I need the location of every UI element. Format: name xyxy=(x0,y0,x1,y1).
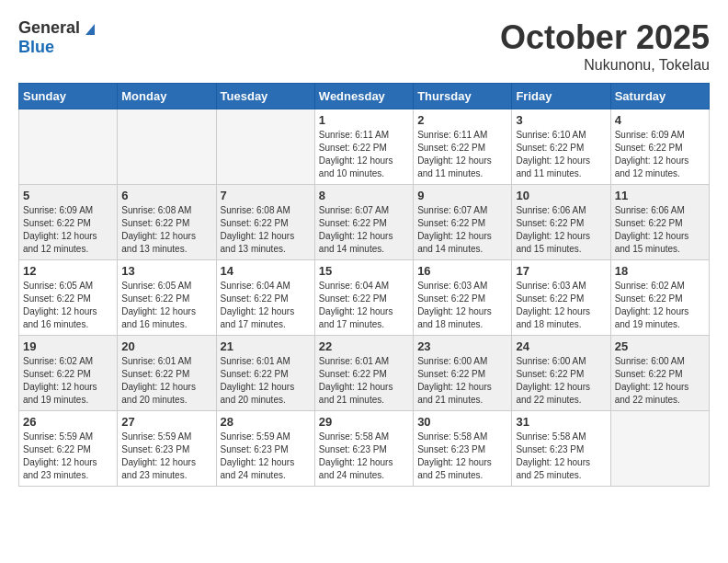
calendar-cell: 7Sunrise: 6:08 AM Sunset: 6:22 PM Daylig… xyxy=(216,185,314,260)
day-info: Sunrise: 5:58 AM Sunset: 6:23 PM Dayligh… xyxy=(417,431,507,482)
day-info: Sunrise: 6:02 AM Sunset: 6:22 PM Dayligh… xyxy=(615,280,705,331)
calendar-cell: 3Sunrise: 6:10 AM Sunset: 6:22 PM Daylig… xyxy=(512,109,610,185)
weekday-header-thursday: Thursday xyxy=(414,84,512,109)
day-number: 10 xyxy=(516,189,606,202)
calendar-cell xyxy=(610,411,709,487)
day-number: 16 xyxy=(417,264,507,278)
day-info: Sunrise: 6:00 AM Sunset: 6:22 PM Dayligh… xyxy=(417,355,507,407)
day-number: 1 xyxy=(319,113,409,127)
calendar-cell xyxy=(19,109,118,185)
weekday-header-saturday: Saturday xyxy=(610,84,709,109)
day-number: 13 xyxy=(121,264,211,278)
calendar-cell xyxy=(216,109,314,185)
calendar-cell: 15Sunrise: 6:04 AM Sunset: 6:22 PM Dayli… xyxy=(314,260,413,336)
calendar-cell: 5Sunrise: 6:09 AM Sunset: 6:22 PM Daylig… xyxy=(19,185,118,260)
logo-blue-text: Blue xyxy=(18,38,54,56)
day-info: Sunrise: 6:10 AM Sunset: 6:22 PM Dayligh… xyxy=(516,129,606,180)
calendar-cell: 17Sunrise: 6:03 AM Sunset: 6:22 PM Dayli… xyxy=(512,260,610,336)
day-info: Sunrise: 6:04 AM Sunset: 6:22 PM Dayligh… xyxy=(221,280,311,331)
weekday-header-monday: Monday xyxy=(118,84,216,109)
calendar-cell: 28Sunrise: 5:59 AM Sunset: 6:23 PM Dayli… xyxy=(216,411,314,487)
day-number: 19 xyxy=(23,339,113,353)
day-number: 7 xyxy=(221,189,311,202)
day-number: 14 xyxy=(221,264,311,278)
day-info: Sunrise: 5:59 AM Sunset: 6:23 PM Dayligh… xyxy=(221,431,311,482)
day-info: Sunrise: 5:58 AM Sunset: 6:23 PM Dayligh… xyxy=(516,431,606,482)
day-info: Sunrise: 6:05 AM Sunset: 6:22 PM Dayligh… xyxy=(121,280,211,331)
day-number: 22 xyxy=(319,339,409,353)
calendar-cell: 20Sunrise: 6:01 AM Sunset: 6:22 PM Dayli… xyxy=(118,336,216,411)
calendar-week-row: 19Sunrise: 6:02 AM Sunset: 6:22 PM Dayli… xyxy=(19,336,710,411)
calendar-cell: 8Sunrise: 6:07 AM Sunset: 6:22 PM Daylig… xyxy=(314,185,413,260)
calendar-cell xyxy=(118,109,216,185)
day-info: Sunrise: 6:09 AM Sunset: 6:22 PM Dayligh… xyxy=(23,204,113,256)
day-number: 2 xyxy=(417,113,507,127)
day-info: Sunrise: 6:01 AM Sunset: 6:22 PM Dayligh… xyxy=(221,355,311,407)
day-number: 21 xyxy=(221,339,311,353)
day-info: Sunrise: 6:07 AM Sunset: 6:22 PM Dayligh… xyxy=(417,204,507,256)
day-number: 18 xyxy=(615,264,705,278)
day-info: Sunrise: 5:59 AM Sunset: 6:22 PM Dayligh… xyxy=(23,431,113,482)
calendar-cell: 26Sunrise: 5:59 AM Sunset: 6:22 PM Dayli… xyxy=(19,411,118,487)
calendar-week-row: 12Sunrise: 6:05 AM Sunset: 6:22 PM Dayli… xyxy=(19,260,710,336)
calendar-week-row: 1Sunrise: 6:11 AM Sunset: 6:22 PM Daylig… xyxy=(19,109,710,185)
logo-icon xyxy=(82,20,98,37)
calendar-cell: 27Sunrise: 5:59 AM Sunset: 6:23 PM Dayli… xyxy=(118,411,216,487)
day-info: Sunrise: 6:00 AM Sunset: 6:22 PM Dayligh… xyxy=(615,355,705,407)
calendar-cell: 14Sunrise: 6:04 AM Sunset: 6:22 PM Dayli… xyxy=(216,260,314,336)
day-number: 9 xyxy=(417,189,507,202)
calendar-cell: 2Sunrise: 6:11 AM Sunset: 6:22 PM Daylig… xyxy=(414,109,512,185)
day-number: 24 xyxy=(516,339,606,353)
weekday-header-wednesday: Wednesday xyxy=(314,84,413,109)
calendar-cell: 18Sunrise: 6:02 AM Sunset: 6:22 PM Dayli… xyxy=(610,260,709,336)
day-number: 23 xyxy=(417,339,507,353)
calendar-cell: 9Sunrise: 6:07 AM Sunset: 6:22 PM Daylig… xyxy=(414,185,512,260)
month-title: October 2025 xyxy=(500,18,710,57)
calendar-cell: 21Sunrise: 6:01 AM Sunset: 6:22 PM Dayli… xyxy=(216,336,314,411)
calendar-cell: 24Sunrise: 6:00 AM Sunset: 6:22 PM Dayli… xyxy=(512,336,610,411)
logo: General Blue xyxy=(18,18,98,57)
day-info: Sunrise: 6:07 AM Sunset: 6:22 PM Dayligh… xyxy=(319,204,409,256)
calendar-cell: 29Sunrise: 5:58 AM Sunset: 6:23 PM Dayli… xyxy=(314,411,413,487)
page-header: General Blue October 2025 Nukunonu, Toke… xyxy=(18,18,710,74)
title-section: October 2025 Nukunonu, Tokelau xyxy=(500,18,710,74)
calendar-cell: 6Sunrise: 6:08 AM Sunset: 6:22 PM Daylig… xyxy=(118,185,216,260)
day-info: Sunrise: 5:59 AM Sunset: 6:23 PM Dayligh… xyxy=(121,431,211,482)
day-info: Sunrise: 6:02 AM Sunset: 6:22 PM Dayligh… xyxy=(23,355,113,407)
svg-marker-0 xyxy=(85,24,95,35)
calendar-cell: 25Sunrise: 6:00 AM Sunset: 6:22 PM Dayli… xyxy=(610,336,709,411)
weekday-header-sunday: Sunday xyxy=(19,84,118,109)
day-number: 17 xyxy=(516,264,606,278)
day-info: Sunrise: 6:08 AM Sunset: 6:22 PM Dayligh… xyxy=(121,204,211,256)
calendar-cell: 16Sunrise: 6:03 AM Sunset: 6:22 PM Dayli… xyxy=(414,260,512,336)
day-info: Sunrise: 6:11 AM Sunset: 6:22 PM Dayligh… xyxy=(417,129,507,180)
day-info: Sunrise: 6:05 AM Sunset: 6:22 PM Dayligh… xyxy=(23,280,113,331)
calendar-cell: 22Sunrise: 6:01 AM Sunset: 6:22 PM Dayli… xyxy=(314,336,413,411)
calendar-cell: 10Sunrise: 6:06 AM Sunset: 6:22 PM Dayli… xyxy=(512,185,610,260)
day-info: Sunrise: 6:01 AM Sunset: 6:22 PM Dayligh… xyxy=(319,355,409,407)
calendar-cell: 1Sunrise: 6:11 AM Sunset: 6:22 PM Daylig… xyxy=(314,109,413,185)
day-info: Sunrise: 6:06 AM Sunset: 6:22 PM Dayligh… xyxy=(516,204,606,256)
day-number: 6 xyxy=(121,189,211,202)
day-info: Sunrise: 6:06 AM Sunset: 6:22 PM Dayligh… xyxy=(615,204,705,256)
day-number: 26 xyxy=(23,415,113,429)
day-number: 5 xyxy=(23,189,113,202)
calendar-table: SundayMondayTuesdayWednesdayThursdayFrid… xyxy=(18,83,710,487)
day-info: Sunrise: 6:00 AM Sunset: 6:22 PM Dayligh… xyxy=(516,355,606,407)
calendar-cell: 4Sunrise: 6:09 AM Sunset: 6:22 PM Daylig… xyxy=(610,109,709,185)
weekday-header-row: SundayMondayTuesdayWednesdayThursdayFrid… xyxy=(19,84,710,109)
day-number: 31 xyxy=(516,415,606,429)
calendar-cell: 19Sunrise: 6:02 AM Sunset: 6:22 PM Dayli… xyxy=(19,336,118,411)
calendar-week-row: 26Sunrise: 5:59 AM Sunset: 6:22 PM Dayli… xyxy=(19,411,710,487)
location: Nukunonu, Tokelau xyxy=(500,57,710,74)
day-number: 28 xyxy=(221,415,311,429)
day-info: Sunrise: 6:04 AM Sunset: 6:22 PM Dayligh… xyxy=(319,280,409,331)
day-info: Sunrise: 6:03 AM Sunset: 6:22 PM Dayligh… xyxy=(417,280,507,331)
calendar-cell: 23Sunrise: 6:00 AM Sunset: 6:22 PM Dayli… xyxy=(414,336,512,411)
calendar-cell: 12Sunrise: 6:05 AM Sunset: 6:22 PM Dayli… xyxy=(19,260,118,336)
day-number: 20 xyxy=(121,339,211,353)
logo-general-text: General xyxy=(18,18,80,38)
day-number: 30 xyxy=(417,415,507,429)
weekday-header-friday: Friday xyxy=(512,84,610,109)
calendar-cell: 31Sunrise: 5:58 AM Sunset: 6:23 PM Dayli… xyxy=(512,411,610,487)
